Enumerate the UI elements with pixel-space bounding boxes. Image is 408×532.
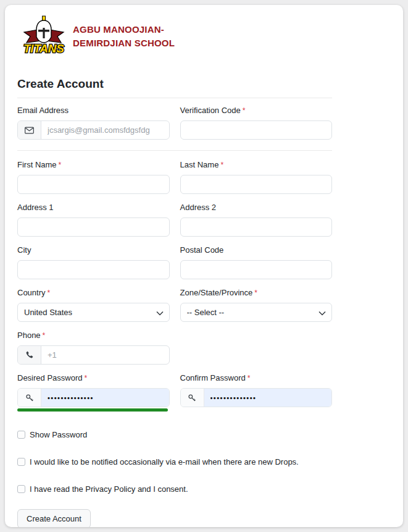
school-name: AGBU MANOOJIAN- DEMIRDJIAN SCHOOL: [73, 23, 175, 50]
section-divider: [17, 150, 332, 151]
email-label: Email Address: [17, 106, 170, 115]
last-name-input[interactable]: [180, 175, 333, 194]
email-input-group: [17, 120, 170, 140]
key-icon: [181, 389, 204, 407]
desired-password-group: [17, 388, 170, 407]
zone-select[interactable]: -- Select --: [180, 303, 333, 322]
confirm-password-group: [180, 388, 333, 407]
confirm-password-input[interactable]: [204, 389, 332, 407]
password-strength-bar: [17, 408, 168, 412]
country-label: Country*: [17, 288, 170, 297]
create-account-button[interactable]: Create Account: [17, 509, 91, 527]
show-password-checkbox[interactable]: [17, 431, 25, 439]
confirm-password-label: Confirm Password*: [180, 373, 333, 382]
create-account-card: TITANS AGBU MANOOJIAN- DEMIRDJIAN SCHOOL…: [5, 5, 403, 527]
notify-checkbox[interactable]: [17, 458, 25, 466]
phone-input[interactable]: [41, 346, 169, 364]
country-select[interactable]: United States: [17, 303, 170, 322]
first-name-label: First Name*: [17, 160, 170, 169]
privacy-checkbox[interactable]: [17, 485, 25, 493]
verification-code-label: Verification Code*: [180, 106, 333, 115]
page-title: Create Account: [17, 77, 332, 91]
envelope-icon: [18, 121, 41, 139]
address1-label: Address 1: [17, 203, 170, 212]
zone-label: Zone/State/Province*: [180, 288, 333, 297]
svg-text:TITANS: TITANS: [23, 42, 64, 55]
notify-label: I would like to be notified occasionally…: [30, 457, 299, 467]
postal-code-input[interactable]: [180, 260, 333, 279]
privacy-row: I have read the Privacy Policy and I con…: [17, 484, 332, 494]
notify-row: I would like to be notified occasionally…: [17, 457, 332, 467]
address2-label: Address 2: [180, 203, 333, 212]
show-password-label: Show Password: [30, 430, 87, 439]
address1-input[interactable]: [17, 217, 170, 237]
city-label: City: [17, 245, 170, 255]
city-input[interactable]: [17, 260, 170, 279]
phone-label: Phone*: [17, 331, 170, 340]
privacy-policy-link[interactable]: Privacy Policy: [85, 484, 135, 494]
show-password-row: Show Password: [17, 430, 332, 439]
verification-code-input[interactable]: [180, 120, 333, 140]
key-icon: [18, 389, 41, 407]
privacy-label: I have read the Privacy Policy and I con…: [30, 484, 188, 494]
last-name-label: Last Name*: [180, 160, 333, 169]
brand-header: TITANS AGBU MANOOJIAN- DEMIRDJIAN SCHOOL: [17, 15, 391, 57]
email-input[interactable]: [41, 121, 169, 139]
address2-input[interactable]: [180, 217, 333, 237]
phone-input-group: [17, 345, 170, 365]
school-logo: TITANS: [22, 15, 65, 57]
postal-code-label: Postal Code: [180, 245, 333, 255]
desired-password-label: Desired Password*: [17, 373, 170, 382]
desired-password-input[interactable]: [41, 389, 169, 407]
first-name-input[interactable]: [17, 175, 170, 194]
title-divider: [17, 98, 332, 98]
phone-icon: [18, 346, 41, 364]
